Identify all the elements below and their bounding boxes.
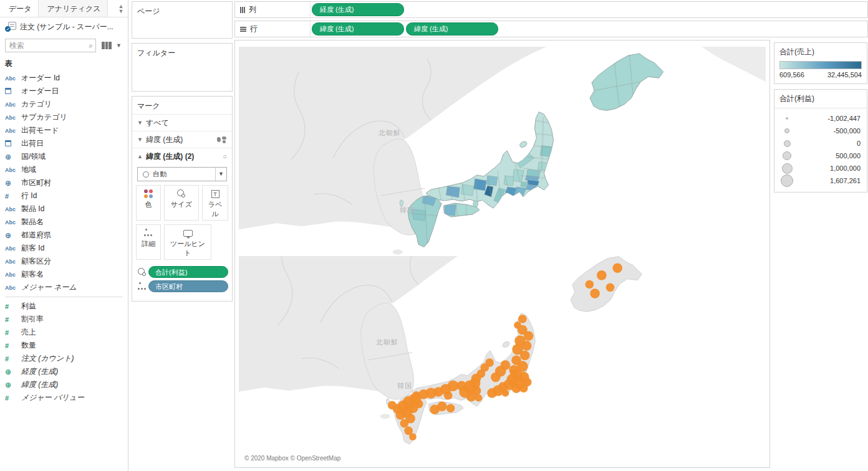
- color-legend-card[interactable]: 合計(売上) 609,566 32,445,504: [774, 42, 867, 84]
- map-dot[interactable]: [597, 270, 607, 280]
- field-row[interactable]: Abcメジャー ネーム: [0, 281, 128, 294]
- pages-card[interactable]: ページ: [132, 1, 233, 39]
- size-legend-item[interactable]: -500,000: [779, 125, 862, 137]
- search-input[interactable]: [6, 39, 95, 52]
- globe-icon: ⊕: [5, 232, 21, 239]
- pill-latitude[interactable]: 緯度 (生成): [312, 22, 404, 36]
- pane-collapse-icon[interactable]: ▲▼: [117, 4, 125, 14]
- map-dot[interactable]: [415, 399, 423, 408]
- pill-city[interactable]: 市区町村: [148, 280, 228, 292]
- size-legend-item[interactable]: 0: [779, 137, 862, 150]
- chevron-down-icon[interactable]: ▼: [137, 136, 146, 143]
- map-dot[interactable]: [491, 372, 501, 382]
- map-dot[interactable]: [388, 401, 397, 409]
- pill-sum-profit[interactable]: 合計(利益): [148, 266, 228, 278]
- label-button[interactable]: T ラベル: [202, 185, 228, 221]
- marks-layer-lat2[interactable]: ▲ 緯度 (生成) (2) ○: [132, 148, 232, 164]
- field-label: 行 Id: [21, 191, 37, 201]
- size-legend-item[interactable]: 1,607,261: [779, 174, 862, 187]
- field-row[interactable]: ⊕市区町村: [0, 176, 128, 189]
- size-legend-value: -500,000: [794, 127, 862, 135]
- field-label: オーダー Id: [21, 73, 60, 83]
- size-legend-item[interactable]: -1,002,447: [779, 112, 862, 125]
- datasource-row[interactable]: ✓ 注文 (サンプル - スーパー...: [0, 17, 128, 36]
- mark-type-dropdown[interactable]: 自動 ▼: [137, 167, 227, 181]
- field-row[interactable]: #割引率: [0, 313, 128, 326]
- field-row[interactable]: ⊕国/領域: [0, 150, 128, 163]
- color-button[interactable]: 色: [136, 185, 161, 221]
- pill-latitude[interactable]: 緯度 (生成): [406, 22, 498, 36]
- detail-icon: [144, 229, 153, 237]
- field-row[interactable]: Abc顧客名: [0, 268, 128, 281]
- field-row[interactable]: オーダー日: [0, 85, 128, 98]
- map-dot[interactable]: [430, 404, 440, 414]
- rows-shelf[interactable]: 行 緯度 (生成)緯度 (生成): [234, 21, 868, 37]
- detail-button[interactable]: 詳細: [136, 224, 161, 260]
- marks-card-title: マーク: [132, 97, 232, 114]
- field-row[interactable]: Abc地域: [0, 163, 128, 176]
- number-icon: #: [5, 303, 21, 310]
- field-row[interactable]: 出荷日: [0, 137, 128, 150]
- filled-map-japan[interactable]: [239, 47, 766, 256]
- color-legend-max: 32,445,504: [827, 71, 862, 78]
- map-pane-filled[interactable]: 北朝鮮韓国: [239, 47, 766, 256]
- search-options-caret-icon[interactable]: ▼: [116, 42, 122, 49]
- marks-layer-lat1[interactable]: ▼ 緯度 (生成): [132, 131, 232, 148]
- map-dot[interactable]: [409, 433, 417, 440]
- field-row[interactable]: #メジャー バリュー: [0, 391, 128, 404]
- field-row[interactable]: Abc顧客区分: [0, 255, 128, 268]
- field-label: 売上: [21, 327, 36, 338]
- symbol-map-japan[interactable]: [239, 256, 766, 465]
- tab-analytics[interactable]: アナリティクス: [39, 0, 108, 17]
- field-row[interactable]: #売上: [0, 326, 128, 339]
- rows-shelf-text: 行: [250, 24, 258, 34]
- map-dot[interactable]: [612, 263, 622, 273]
- field-row[interactable]: #注文 (カウント): [0, 352, 128, 365]
- map-dot[interactable]: [475, 394, 483, 401]
- field-row[interactable]: #利益: [0, 300, 128, 313]
- field-row[interactable]: Abcオーダー Id: [0, 72, 128, 85]
- field-row[interactable]: Abc製品 Id: [0, 202, 128, 216]
- field-row[interactable]: Abcサブカテゴリ: [0, 111, 128, 124]
- field-row[interactable]: Abcカテゴリ: [0, 98, 128, 111]
- map-dot[interactable]: [446, 404, 455, 412]
- map-dot[interactable]: [606, 283, 615, 292]
- view-data-grid-icon[interactable]: [101, 40, 112, 50]
- map-dot[interactable]: [519, 384, 528, 392]
- field-row[interactable]: Abc顧客 Id: [0, 242, 128, 255]
- map-dot[interactable]: [466, 391, 476, 401]
- map-dot[interactable]: [502, 389, 509, 397]
- size-legend-item[interactable]: 1,000,000: [779, 162, 862, 174]
- size-legend-card[interactable]: 合計(利益) -1,002,447-500,0000500,0001,000,0…: [774, 89, 867, 193]
- field-row[interactable]: Abc製品名: [0, 216, 128, 229]
- field-row[interactable]: #数量: [0, 339, 128, 352]
- map-dot[interactable]: [444, 391, 453, 399]
- tooltip-button[interactable]: ツールヒント: [164, 224, 211, 260]
- filters-card[interactable]: フィルター: [132, 43, 233, 92]
- map-dot[interactable]: [585, 280, 594, 288]
- map-dot[interactable]: [487, 388, 497, 398]
- map-dot[interactable]: [590, 288, 600, 298]
- field-row[interactable]: ⊕経度 (生成): [0, 365, 128, 378]
- detail-button-label: 詳細: [139, 239, 158, 249]
- map-dot[interactable]: [522, 341, 532, 351]
- chevron-down-icon[interactable]: ▼: [137, 120, 146, 126]
- field-row[interactable]: Abc出荷モード: [0, 124, 128, 137]
- pill-longitude[interactable]: 経度 (生成): [312, 3, 404, 16]
- chevron-up-icon[interactable]: ▲: [137, 153, 146, 159]
- abc-icon: Abc: [5, 75, 21, 82]
- map-dot[interactable]: [520, 350, 530, 360]
- tab-data[interactable]: データ: [0, 0, 39, 17]
- size-legend-item[interactable]: 500,000: [779, 150, 862, 162]
- dropdown-arrow-icon[interactable]: ▼: [215, 168, 226, 181]
- field-row[interactable]: ⊕都道府県: [0, 229, 128, 242]
- columns-shelf[interactable]: 列 経度 (生成): [234, 1, 868, 18]
- map-pane-symbol[interactable]: © 2020 Mapbox © OpenStreetMap 北朝鮮韓国: [239, 256, 766, 465]
- size-button[interactable]: サイズ: [164, 185, 199, 221]
- field-label: 利益: [21, 301, 36, 312]
- map-dot[interactable]: [400, 419, 408, 427]
- field-row[interactable]: ⊕緯度 (生成): [0, 378, 128, 391]
- field-row[interactable]: #行 Id: [0, 189, 128, 202]
- marks-layer-all[interactable]: ▼ すべて: [132, 114, 232, 131]
- color-gradient-bar: [779, 61, 862, 69]
